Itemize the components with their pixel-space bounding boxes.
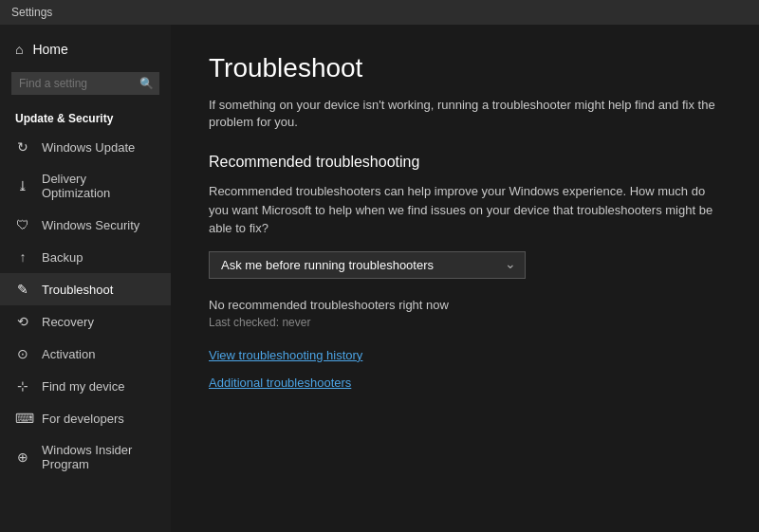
- recommended-section-description: Recommended troubleshooters can help imp…: [209, 182, 721, 238]
- sidebar-item-label: Find my device: [42, 379, 124, 394]
- sidebar-section-title: Update & Security: [0, 104, 171, 131]
- home-icon: ⌂: [15, 42, 23, 57]
- sidebar-item-label: Windows Update: [42, 140, 135, 155]
- sidebar-home-label: Home: [32, 42, 67, 57]
- sidebar-item-activation[interactable]: ⊙ Activation: [0, 338, 171, 370]
- sidebar-item-label: Activation: [42, 347, 95, 361]
- sidebar-item-label: Delivery Optimization: [42, 172, 156, 200]
- backup-icon: ↑: [15, 249, 30, 265]
- sidebar-item-label: Windows Security: [42, 218, 139, 232]
- sidebar-item-delivery-optimization[interactable]: ⤓ Delivery Optimization: [0, 163, 171, 209]
- view-history-link[interactable]: View troubleshooting history: [209, 348, 721, 362]
- troubleshoot-dropdown[interactable]: Ask me before running troubleshooters Ru…: [209, 251, 526, 279]
- sidebar-item-for-developers[interactable]: ⌨ For developers: [0, 402, 171, 434]
- sidebar-item-label: For developers: [42, 412, 124, 426]
- windows-insider-icon: ⊕: [15, 449, 30, 465]
- page-title: Troubleshoot: [209, 53, 721, 83]
- activation-icon: ⊙: [15, 346, 30, 361]
- sidebar-item-label: Backup: [42, 250, 83, 265]
- status-text: No recommended troubleshooters right now: [209, 298, 721, 312]
- windows-update-icon: ↻: [15, 139, 30, 155]
- for-developers-icon: ⌨: [15, 411, 30, 426]
- recommended-section-title: Recommended troubleshooting: [209, 154, 721, 171]
- sidebar-item-label: Troubleshoot: [42, 283, 113, 297]
- title-bar-label: Settings: [11, 6, 52, 19]
- sidebar-item-home[interactable]: ⌂ Home: [0, 32, 171, 66]
- search-box[interactable]: 🔍: [11, 72, 159, 95]
- delivery-optimization-icon: ⤓: [15, 178, 30, 193]
- troubleshoot-dropdown-wrapper[interactable]: Ask me before running troubleshooters Ru…: [209, 251, 526, 279]
- search-icon: 🔍: [139, 77, 154, 90]
- windows-security-icon: 🛡: [15, 217, 30, 232]
- find-my-device-icon: ⊹: [15, 378, 30, 394]
- sidebar-item-recovery[interactable]: ⟲ Recovery: [0, 305, 171, 338]
- sidebar-item-windows-security[interactable]: 🛡 Windows Security: [0, 209, 171, 241]
- sidebar: ⌂ Home 🔍 Update & Security ↻ Windows Upd…: [0, 25, 171, 532]
- sidebar-item-windows-insider[interactable]: ⊕ Windows Insider Program: [0, 434, 171, 480]
- sidebar-item-label: Windows Insider Program: [42, 443, 156, 471]
- title-bar: Settings: [0, 0, 759, 25]
- search-input[interactable]: [11, 72, 159, 95]
- sidebar-item-windows-update[interactable]: ↻ Windows Update: [0, 131, 171, 163]
- main-content: Troubleshoot If something on your device…: [171, 25, 759, 532]
- sidebar-item-troubleshoot[interactable]: ✎ Troubleshoot: [0, 273, 171, 305]
- sidebar-item-label: Recovery: [42, 315, 94, 329]
- additional-troubleshooters-link[interactable]: Additional troubleshooters: [209, 376, 721, 390]
- sidebar-item-backup[interactable]: ↑ Backup: [0, 241, 171, 273]
- last-checked-text: Last checked: never: [209, 316, 721, 329]
- page-description: If something on your device isn't workin…: [209, 97, 721, 131]
- troubleshoot-icon: ✎: [15, 282, 30, 297]
- recovery-icon: ⟲: [15, 314, 30, 329]
- sidebar-item-find-my-device[interactable]: ⊹ Find my device: [0, 370, 171, 402]
